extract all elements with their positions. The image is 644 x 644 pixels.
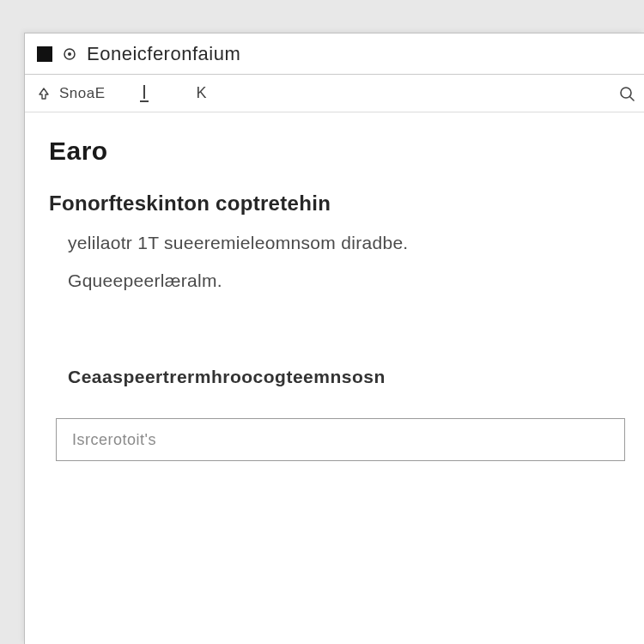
toolbar-label: SnoaE (59, 85, 106, 102)
svg-point-2 (621, 88, 631, 98)
body-text-line: Gqueepeerlæralm. (68, 270, 625, 291)
page-title: Earo (49, 137, 625, 166)
title-bar: Eoneicferonfaium (25, 33, 644, 75)
field-label: Ceaaspeertrermhroocogteemnsosn (68, 367, 625, 387)
search-icon[interactable] (618, 85, 635, 102)
section-subheading: Fonorfteskinton coptretehin (49, 191, 625, 216)
svg-point-1 (68, 52, 71, 56)
app-window: Eoneicferonfaium SnoaE K Earo Fonorftesk… (24, 33, 644, 644)
toolbar: SnoaE K (25, 75, 644, 112)
tool-icon[interactable] (138, 85, 154, 102)
body-text-line: yelilaotr 1T sueeremieleomnsom diradbe. (68, 233, 625, 253)
app-square-icon (37, 46, 52, 62)
toolbar-glyph[interactable]: K (197, 84, 206, 102)
content-area: Earo Fonorfteskinton coptretehin yelilao… (25, 112, 644, 461)
window-title: Eoneicferonfaium (87, 43, 240, 65)
text-input[interactable] (56, 418, 625, 461)
up-arrow-icon[interactable] (37, 87, 51, 100)
svg-line-3 (630, 97, 634, 100)
target-icon (63, 47, 76, 61)
